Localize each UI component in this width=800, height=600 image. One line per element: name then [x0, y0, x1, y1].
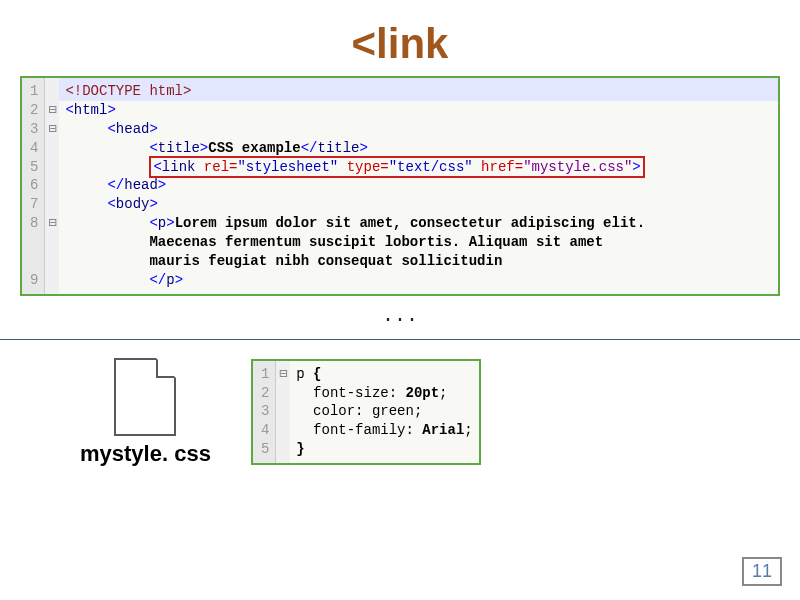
code-token: ; [439, 385, 447, 401]
code-token: > [632, 159, 640, 175]
code-token: > [175, 272, 183, 288]
code-token: font-family: [296, 422, 422, 438]
file-label: mystyle. css [80, 442, 211, 466]
code-token: < [149, 140, 157, 156]
file-icon [114, 358, 176, 436]
code-token: < [107, 196, 115, 212]
code-token: head [116, 121, 150, 137]
code-token: > [360, 140, 368, 156]
code-token: font-size: [296, 385, 405, 401]
code-token: "mystyle.css" [523, 159, 632, 175]
code-token: < [107, 121, 115, 137]
fold-gutter: ⊟ ⊟ ⊟ [45, 78, 59, 294]
code-token: p [166, 272, 174, 288]
page-number: 11 [742, 557, 782, 586]
code-token: head [124, 177, 158, 193]
code-token: title [158, 140, 200, 156]
fold-gutter: ⊟ [276, 361, 290, 463]
code-token: 20pt [406, 385, 440, 401]
line-numbers: 1 2 3 4 5 6 7 8 9 [22, 78, 45, 294]
code-token: > [158, 177, 166, 193]
code-token: ; [464, 422, 472, 438]
code-token: CSS example [208, 140, 300, 156]
line-numbers: 1 2 3 4 5 [253, 361, 276, 463]
divider [0, 339, 800, 340]
code-token: </ [107, 177, 124, 193]
code-token: ; [414, 403, 422, 419]
code-token: < [149, 215, 157, 231]
code-token: "text/css" [389, 159, 473, 175]
code-token: p [158, 215, 166, 231]
bottom-row: mystyle. css 1 2 3 4 5 ⊟ p { font-size: … [80, 358, 780, 466]
code-token: > [166, 215, 174, 231]
code-token: </ [149, 272, 166, 288]
code-token: } [296, 441, 304, 457]
code-token: > [149, 121, 157, 137]
code-token: </ [301, 140, 318, 156]
ellipsis: ... [20, 304, 780, 327]
code-token: > [149, 196, 157, 212]
code-token: color: [296, 403, 372, 419]
code-token: p [296, 366, 304, 382]
code-content: <!DOCTYPE html><html> <head> <title>CSS … [59, 78, 778, 294]
code-token: { [305, 366, 322, 382]
code-token: type= [338, 159, 388, 175]
code-token: Arial [422, 422, 464, 438]
code-token: < [65, 102, 73, 118]
code-token: > [107, 102, 115, 118]
code-token: < [153, 159, 161, 175]
css-content: p { font-size: 20pt; color: green; font-… [290, 361, 478, 463]
code-token: <!DOCTYPE html> [65, 83, 191, 99]
file-block: mystyle. css [80, 358, 211, 466]
code-token: green [372, 403, 414, 419]
code-token: > [200, 140, 208, 156]
main-code-block: 1 2 3 4 5 6 7 8 9 ⊟ ⊟ ⊟ <!DOCTYPE html><… [20, 76, 780, 296]
code-token: body [116, 196, 150, 212]
link-highlight: <link rel="stylesheet" type="text/css" h… [149, 156, 644, 179]
code-token: html [74, 102, 108, 118]
code-token: href= [473, 159, 523, 175]
code-token: rel= [195, 159, 237, 175]
code-token: title [317, 140, 359, 156]
code-token: "stylesheet" [237, 159, 338, 175]
css-code-block: 1 2 3 4 5 ⊟ p { font-size: 20pt; color: … [251, 359, 481, 465]
slide-title: <link [20, 20, 780, 68]
code-token: link [162, 159, 196, 175]
